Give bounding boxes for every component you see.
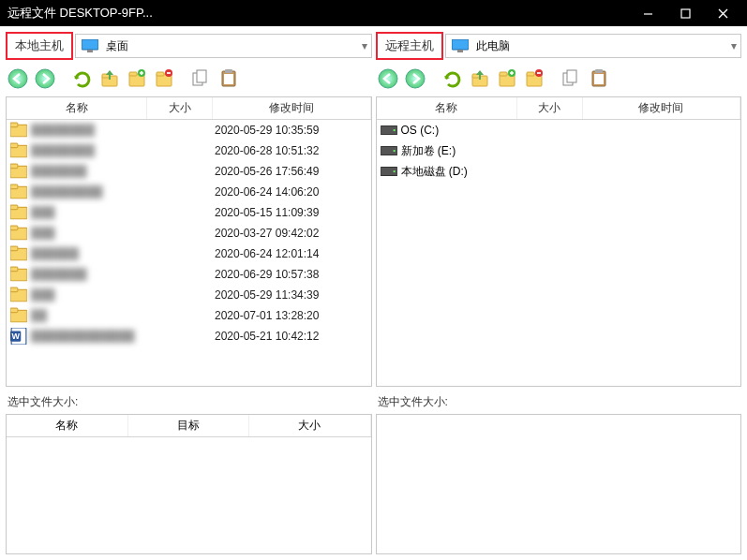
refresh-button[interactable] [441,66,465,91]
file-time: 2020-05-29 10:35:59 [215,124,371,137]
delete-folder-button[interactable] [152,66,176,91]
file-name: █████████████ [31,330,149,343]
drive-icon [381,142,397,159]
chevron-down-icon: ▾ [362,39,367,52]
file-time: 2020-06-24 12:01:14 [215,247,371,260]
col-name[interactable]: 名称 [377,97,517,119]
remote-file-list: 名称 大小 修改时间 OS (C:)新加卷 (E:)本地磁盘 (D:) [376,96,742,387]
monitor-icon [82,39,98,52]
file-row[interactable]: █████████2020-06-24 14:06:20 [7,182,371,202]
monitor-icon [452,39,469,52]
folder-icon [10,204,27,221]
col-time[interactable]: 修改时间 [213,97,371,119]
local-file-list: 名称 大小 修改时间 ████████2020-05-29 10:35:59██… [6,96,372,387]
titlebar: 远程文件 DESKTOP-9FP... [0,0,747,26]
close-button[interactable] [706,0,740,26]
file-row[interactable]: ██2020-07-01 13:28:20 [7,305,371,326]
folder-icon [10,307,27,324]
new-folder-button[interactable] [495,66,519,91]
folder-icon [10,266,27,283]
drive-name: 新加卷 (E:) [401,143,519,159]
remote-host-label: 远程主机 [376,32,443,60]
remote-pane: 远程主机 此电脑 ▾ 名称 大小 修改时间 OS (C [376,32,742,554]
folder-icon [10,122,27,139]
file-name: ██ [31,309,149,322]
file-time: 2020-05-21 10:42:12 [215,330,371,343]
drive-row[interactable]: 新加卷 (E:) [377,140,741,161]
file-row[interactable]: ████████2020-05-29 10:35:59 [7,120,371,140]
file-row[interactable]: ███2020-05-29 11:34:39 [7,285,371,305]
new-folder-button[interactable] [125,66,149,91]
word-icon [10,328,27,345]
file-time: 2020-03-27 09:42:02 [215,227,371,240]
col-size[interactable]: 大小 [147,97,213,119]
drive-row[interactable]: OS (C:) [377,120,741,140]
file-time: 2020-06-28 10:51:32 [215,144,371,157]
paste-button[interactable] [587,66,611,91]
file-name: ████████ [31,124,149,137]
drive-icon [381,163,397,180]
back-button[interactable] [6,66,30,91]
local-pane: 本地主机 桌面 ▾ 名称 大小 修改时间 ██████ [6,32,372,554]
file-name: ████████ [31,144,149,157]
folder-icon [10,163,27,180]
folder-icon [10,245,27,262]
file-time: 2020-05-26 17:56:49 [215,165,371,178]
file-name: ███████ [31,268,149,281]
paste-button[interactable] [217,66,241,91]
file-time: 2020-06-24 14:06:20 [215,185,371,199]
sel-col-name[interactable]: 名称 [7,415,128,436]
file-row[interactable]: ███2020-05-15 11:09:39 [7,202,371,223]
file-row[interactable]: ██████2020-06-24 12:01:14 [7,243,371,264]
copy-button[interactable] [560,66,584,91]
file-row[interactable]: ███████2020-06-29 10:57:38 [7,264,371,285]
file-name: █████████ [31,185,149,199]
back-button[interactable] [376,66,400,91]
copy-button[interactable] [189,66,214,91]
minimize-button[interactable] [631,0,665,26]
file-name: ███ [31,288,149,302]
file-row[interactable]: ████████2020-06-28 10:51:32 [7,140,371,161]
local-path-selector[interactable]: 桌面 ▾ [75,34,372,58]
drive-icon [381,122,397,139]
remote-toolbar [376,65,742,93]
chevron-down-icon: ▾ [731,39,737,52]
file-time: 2020-05-15 11:09:39 [215,206,371,219]
remote-selected-table [376,414,742,554]
maximize-button[interactable] [668,0,702,26]
local-host-label: 本地主机 [6,32,73,60]
sel-col-target[interactable]: 目标 [128,415,250,436]
folder-icon [10,142,27,159]
drive-row[interactable]: 本地磁盘 (D:) [377,161,741,182]
local-path-text: 桌面 [106,38,128,54]
local-selected-table: 名称 目标 大小 [6,414,372,554]
file-name: ███ [31,206,149,219]
window-title: 远程文件 DESKTOP-9FP... [7,5,631,22]
col-time[interactable]: 修改时间 [583,97,741,119]
remote-path-selector[interactable]: 此电脑 ▾ [445,34,742,58]
delete-folder-button[interactable] [522,66,546,91]
local-selected-label: 选中文件大小: [7,394,372,410]
col-name[interactable]: 名称 [7,97,147,119]
forward-button[interactable] [403,66,427,91]
file-row[interactable]: ███████2020-05-26 17:56:49 [7,161,371,182]
forward-button[interactable] [33,66,57,91]
svg-rect-24 [681,9,690,18]
drive-name: OS (C:) [401,124,519,137]
up-folder-button[interactable] [468,66,492,91]
col-size[interactable]: 大小 [517,97,583,119]
file-row[interactable]: █████████████2020-05-21 10:42:12 [7,326,371,346]
refresh-button[interactable] [70,66,95,91]
file-time: 2020-06-29 10:57:38 [215,268,371,281]
file-name: ███ [31,227,149,240]
file-time: 2020-05-29 11:34:39 [215,288,371,302]
file-name: ███████ [31,165,149,178]
folder-icon [10,184,27,200]
file-row[interactable]: ███2020-03-27 09:42:02 [7,223,371,243]
local-toolbar [6,65,372,93]
remote-path-text: 此电脑 [476,38,510,54]
up-folder-button[interactable] [97,66,122,91]
sel-col-size[interactable]: 大小 [249,415,371,436]
file-name: ██████ [31,247,149,260]
folder-icon [10,225,27,242]
